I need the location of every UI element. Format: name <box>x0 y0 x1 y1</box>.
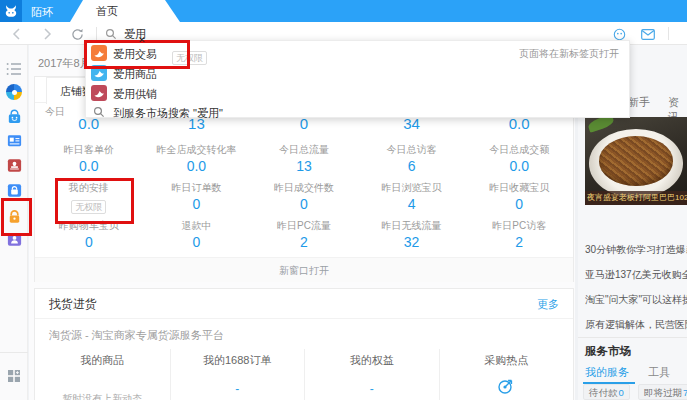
column-label: 我的商品 <box>35 353 170 368</box>
annotation-box-lock-icon <box>1 198 32 236</box>
stat-value[interactable]: 0 <box>250 196 358 214</box>
tab-tools[interactable]: 工具 <box>648 365 670 380</box>
mail-icon[interactable] <box>641 27 655 41</box>
stamp-seal-icon[interactable] <box>5 156 23 174</box>
community-pinwheel-icon[interactable] <box>5 83 23 101</box>
stat-label: 昨日成交件数 <box>250 181 358 195</box>
toolbar-divider-right <box>668 27 669 40</box>
stat-value[interactable]: 0 <box>465 196 573 214</box>
stat-label: 昨日无线流量 <box>358 219 466 233</box>
reminder-clock-icon[interactable] <box>612 27 626 41</box>
stat-label: 昨全店成交转化率 <box>143 143 251 157</box>
image-caption: 夜宵盛宴老板打阿里巴巴102商 <box>585 191 687 205</box>
tab-newbie[interactable]: 新手 <box>628 95 650 110</box>
stat-value[interactable]: 4 <box>358 196 466 214</box>
mouse-cursor: ✕ <box>138 35 146 45</box>
shop-bag-icon[interactable] <box>5 107 23 125</box>
back-button[interactable] <box>10 27 24 41</box>
suggestion-label: 爱用供销 <box>113 87 157 102</box>
stat-value[interactable]: 2 <box>250 234 358 250</box>
service-market-title: 服务市场 <box>585 344 631 359</box>
pill-pending-payment[interactable]: 待付款0 <box>583 384 630 400</box>
column-label: 采购热点 <box>440 353 574 368</box>
annotation-box-suggestion <box>84 40 190 69</box>
tab-my-services[interactable]: 我的服务 <box>585 365 629 380</box>
qianniu-workbench-window: 陌环 首页 爱用 <box>0 0 687 400</box>
sourcing-card: 找货进货 更多 淘货源 - 淘宝商家专属货源服务平台 我的商品 暂时没有上新动态… <box>34 288 574 400</box>
stat-row-labels: 昨日客单价 昨全店成交转化率 今日总流量 今日总访客 今日总成交额 <box>35 143 573 157</box>
stat-value[interactable]: 0 <box>143 234 251 250</box>
column-value: - <box>171 382 305 396</box>
sourcing-col-my-products[interactable]: 我的商品 暂时没有上新动态 <box>35 349 170 400</box>
news-feature-image[interactable]: 夜宵盛宴老板打阿里巴巴102商 <box>585 117 687 205</box>
sourcing-title: 找货进货 <box>49 296 97 313</box>
suggestion-label: 爱用商品 <box>113 67 157 82</box>
qianniu-bull-logo-icon[interactable] <box>0 0 22 22</box>
workspace-label[interactable]: 陌环 <box>31 5 53 20</box>
open-new-window-bar[interactable]: 新窗口打开 <box>35 257 573 282</box>
news-item[interactable]: 30分钟教你学习打造爆款的绝招 <box>585 243 687 257</box>
refresh-button[interactable] <box>70 27 84 41</box>
column-value: - <box>305 382 439 396</box>
tab-home-label: 首页 <box>96 0 180 23</box>
stat-row-values: 0 0 2 32 2 <box>35 234 573 250</box>
stat-value[interactable]: 32 <box>358 234 466 250</box>
pill-label: 待付款 <box>589 387 618 398</box>
stat-row-values: 0.0 0.0 13 6 0.0 <box>35 158 573 174</box>
stat-value[interactable]: 0.0 <box>143 158 251 174</box>
stat-label: 今日总访客 <box>358 143 466 157</box>
sourcing-columns: 我的商品 暂时没有上新动态 我的1688订单 - 我的权益 - 采购热点 <box>35 349 573 400</box>
search-icon <box>104 27 118 41</box>
search-icon <box>91 104 107 120</box>
target-icon[interactable] <box>440 376 574 400</box>
right-panel-divider <box>578 337 687 338</box>
pill-label: 即将过期 <box>644 387 682 398</box>
noodles-graphic <box>599 136 672 185</box>
stat-value[interactable]: 0 <box>35 234 143 250</box>
orders-card-icon[interactable] <box>5 131 23 149</box>
stat-label: 昨日浏览宝贝 <box>358 181 466 195</box>
bird-icon-red <box>91 85 107 101</box>
annotation-box-my-schedule <box>55 178 134 224</box>
news-item[interactable]: 淘宝"问大家"可以这样操作？这 <box>585 293 687 307</box>
sourcing-divider <box>35 318 573 319</box>
stat-label: 昨日订单数 <box>143 181 251 195</box>
stat-value[interactable]: 0.0 <box>465 158 573 174</box>
sourcing-col-my-benefits[interactable]: 我的权益 - <box>304 349 439 400</box>
news-item[interactable]: 原有逻辑解体，民营医院投资退 <box>585 318 687 332</box>
stat-label: 今日总成交额 <box>465 143 573 157</box>
sidebar-divider <box>0 352 28 353</box>
stat-value[interactable]: 2 <box>465 234 573 250</box>
more-link[interactable]: 更多 <box>537 297 559 312</box>
suggestion-market-search[interactable]: 到服务市场搜索 "爱用" <box>86 103 629 122</box>
stat-label: 昨日客单价 <box>35 143 143 157</box>
tab-home[interactable]: 首页 <box>70 0 180 22</box>
sourcing-subtitle: 淘货源 - 淘宝商家专属货源服务平台 <box>49 328 224 343</box>
menu-list-icon[interactable] <box>5 60 23 78</box>
stat-value[interactable]: 13 <box>250 158 358 174</box>
stat-value[interactable]: 0.0 <box>35 158 143 174</box>
suggestion-label: 到服务市场搜索 "爱用" <box>113 106 223 121</box>
package-icon[interactable] <box>5 181 23 199</box>
stat-label: 昨日PC流量 <box>250 219 358 233</box>
sourcing-col-hot-purchases[interactable]: 采购热点 <box>439 349 574 400</box>
pill-count: 7 <box>683 387 687 398</box>
sourcing-col-1688-orders[interactable]: 我的1688订单 - <box>170 349 305 400</box>
stat-value[interactable]: 6 <box>358 158 466 174</box>
toolbar-divider <box>96 27 97 40</box>
stat-label: 今日总流量 <box>250 143 358 157</box>
forward-button[interactable] <box>40 27 54 41</box>
stat-label: 昨日PC访客 <box>465 219 573 233</box>
column-value: 暂时没有上新动态 <box>35 392 170 400</box>
stat-label: 昨日收藏宝贝 <box>465 181 573 195</box>
column-label: 我的1688订单 <box>171 353 305 368</box>
stat-label: 退款中 <box>143 219 251 233</box>
stat-value[interactable]: 0 <box>143 196 251 214</box>
suggestion-aiyong-supply[interactable]: 爱用供销 <box>86 84 629 103</box>
title-bar: 陌环 首页 <box>0 0 687 22</box>
pill-expiring-soon[interactable]: 即将过期7 <box>638 384 687 400</box>
news-item[interactable]: 亚马逊137亿美元收购全食超市 <box>585 268 687 282</box>
pill-count: 0 <box>619 387 624 398</box>
apps-grid-icon[interactable] <box>5 367 23 385</box>
column-label: 我的权益 <box>305 353 439 368</box>
